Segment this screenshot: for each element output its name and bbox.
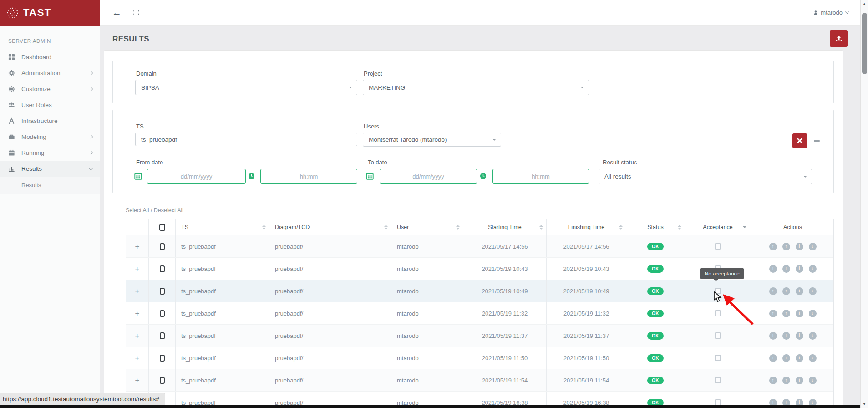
project-select[interactable]: MARKETING <box>363 80 589 95</box>
upload-icon[interactable]: ↑ <box>782 377 790 384</box>
move-up-icon[interactable]: ↑ <box>769 243 777 250</box>
sidebar-item-label: Running <box>20 149 89 156</box>
move-up-icon[interactable]: ↑ <box>769 265 777 273</box>
download-icon[interactable]: ↓ <box>809 332 817 340</box>
clock-icon[interactable] <box>248 173 255 179</box>
download-icon[interactable]: ↓ <box>809 377 817 384</box>
expand-row-button[interactable]: + <box>135 287 140 295</box>
calendar-picker-icon[interactable] <box>366 172 374 180</box>
from-time-input[interactable] <box>260 169 357 184</box>
sidebar-subitem-results[interactable]: Results <box>0 177 100 194</box>
ts-input[interactable] <box>135 133 357 146</box>
to-date-input[interactable] <box>380 169 477 184</box>
expand-row-button[interactable]: + <box>135 332 140 340</box>
brand-header[interactable]: TAST <box>0 0 100 26</box>
upload-results-button[interactable] <box>830 30 848 47</box>
users-select[interactable]: Montserrat Tarodo (mtarodo) <box>363 133 501 147</box>
move-up-icon[interactable]: ↑ <box>769 287 777 295</box>
info-icon[interactable]: i <box>796 332 803 340</box>
upload-icon[interactable]: ↑ <box>782 354 790 362</box>
from-date-input[interactable] <box>147 169 246 184</box>
download-icon[interactable]: ↓ <box>809 243 817 250</box>
acceptance-checkbox[interactable] <box>715 310 721 316</box>
upload-icon[interactable]: ↑ <box>782 287 790 295</box>
sort-icon[interactable] <box>539 225 543 230</box>
acceptance-checkbox[interactable] <box>715 377 721 383</box>
scroll-down-button[interactable]: ▼ <box>861 400 868 408</box>
sidebar-item-customize[interactable]: Customize <box>0 81 100 97</box>
clock-icon[interactable] <box>480 173 487 179</box>
starting-time-cell: 2021/05/19 11:54 <box>463 369 547 391</box>
info-icon[interactable]: i <box>796 354 803 362</box>
expand-row-button[interactable]: + <box>135 354 140 362</box>
info-icon[interactable]: i <box>796 287 803 295</box>
expand-row-button[interactable]: + <box>135 377 140 384</box>
expand-row-button[interactable]: + <box>135 265 140 273</box>
info-icon[interactable]: i <box>796 265 803 273</box>
upload-icon[interactable]: ↑ <box>782 310 790 317</box>
upload-icon[interactable]: ↑ <box>782 243 790 250</box>
move-up-icon[interactable]: ↑ <box>769 354 777 362</box>
acceptance-checkbox[interactable] <box>715 332 721 339</box>
scrollbar-thumb[interactable] <box>862 13 867 74</box>
user-menu[interactable]: mtarodo <box>813 9 848 16</box>
download-icon[interactable]: ↓ <box>809 265 817 273</box>
result-status-label: Result status <box>603 159 637 166</box>
sort-icon[interactable] <box>384 225 388 230</box>
search-filters-card: TS Users Montserrat Tarodo (mtarodo) Fro… <box>112 110 834 193</box>
download-icon[interactable]: ↓ <box>809 354 817 362</box>
chevron-icon <box>89 87 93 92</box>
sidebar-item-running[interactable]: Running <box>0 145 100 161</box>
diagram-cell: pruebapdf/ <box>269 302 391 324</box>
col-ts-header: TS <box>176 219 269 235</box>
upload-icon[interactable]: ↑ <box>782 265 790 273</box>
download-icon[interactable]: ↓ <box>809 310 817 317</box>
move-up-icon[interactable]: ↑ <box>769 377 777 384</box>
sidebar-item-modeling[interactable]: Modeling <box>0 129 100 145</box>
sidebar-item-administration[interactable]: Administration <box>0 65 100 81</box>
acceptance-checkbox[interactable] <box>715 355 721 361</box>
ts-cell: ts_pruebapdf <box>176 347 269 369</box>
sidebar-item-infrastructure[interactable]: Infrastructure <box>0 113 100 129</box>
sort-icon[interactable] <box>262 225 266 230</box>
back-arrow-icon[interactable]: ← <box>112 8 122 17</box>
calendar-picker-icon[interactable] <box>134 172 142 180</box>
sidebar-item-user-roles[interactable]: User Roles <box>0 97 100 113</box>
vertical-scrollbar[interactable]: ▲ ▼ <box>860 0 868 408</box>
sidebar-item-dashboard[interactable]: Dashboard <box>0 49 100 65</box>
download-icon[interactable]: ↓ <box>809 287 817 295</box>
row-checkbox[interactable] <box>160 332 165 339</box>
user-cell: mtarodo <box>391 369 463 391</box>
result-status-select[interactable]: All results <box>599 169 812 184</box>
clear-filter-button[interactable] <box>792 133 807 148</box>
row-checkbox[interactable] <box>160 288 165 295</box>
sort-icon[interactable] <box>456 225 460 230</box>
row-checkbox[interactable] <box>160 377 165 384</box>
sidebar-item-results[interactable]: Results <box>0 161 100 177</box>
acceptance-checkbox[interactable] <box>715 399 721 406</box>
to-time-input[interactable] <box>492 169 589 184</box>
upload-icon[interactable]: ↑ <box>782 332 790 340</box>
row-checkbox[interactable] <box>160 265 165 272</box>
expand-row-button[interactable]: + <box>135 243 140 250</box>
move-up-icon[interactable]: ↑ <box>769 310 777 317</box>
row-checkbox[interactable] <box>160 310 165 317</box>
scroll-up-button[interactable]: ▲ <box>861 0 868 8</box>
expand-row-button[interactable]: + <box>135 310 140 317</box>
sort-icon[interactable] <box>619 225 623 230</box>
remove-filter-row-icon[interactable] <box>814 140 820 142</box>
info-icon[interactable]: i <box>796 310 803 317</box>
filter-caret-icon[interactable] <box>743 226 746 228</box>
status-badge: OK <box>647 377 664 384</box>
info-icon[interactable]: i <box>796 377 803 384</box>
row-checkbox[interactable] <box>160 355 165 362</box>
select-all-checkbox[interactable] <box>159 224 165 231</box>
domain-select[interactable]: SIPSA <box>135 80 357 95</box>
row-checkbox[interactable] <box>160 243 165 250</box>
fullscreen-icon[interactable] <box>132 9 139 16</box>
acceptance-checkbox[interactable] <box>715 243 721 250</box>
select-all-link[interactable]: Select All / Deselect All <box>126 207 183 214</box>
sort-icon[interactable] <box>678 225 681 230</box>
info-icon[interactable]: i <box>796 243 803 250</box>
move-up-icon[interactable]: ↑ <box>769 332 777 340</box>
